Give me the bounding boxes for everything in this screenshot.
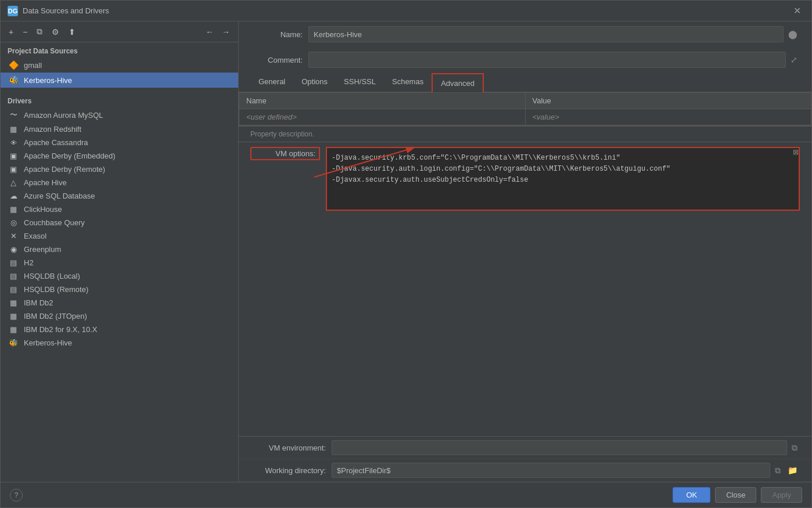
settings-button[interactable]: ⚙	[48, 26, 63, 38]
driver-apache-cassandra[interactable]: 👁 Apache Cassandra	[1, 136, 238, 149]
couchbase-icon: ◎	[8, 218, 19, 227]
name-input-wrap: ⬤	[308, 26, 800, 42]
apache-cassandra-icon: 👁	[8, 139, 19, 146]
name-row: Name: ⬤	[239, 21, 811, 47]
working-directory-row: Working directory: $ProjectFileDir$ ⧉ 📁	[239, 459, 811, 482]
driver-apache-derby-remote[interactable]: ▣ Apache Derby (Remote)	[1, 163, 238, 176]
ibm-db2-icon: ▦	[8, 298, 19, 307]
tab-schemas[interactable]: Schemas	[384, 73, 432, 92]
tab-advanced[interactable]: Advanced	[432, 73, 484, 92]
tabs: General Options SSH/SSL Schemas Advanced	[239, 73, 811, 92]
apache-derby-remote-icon: ▣	[8, 165, 19, 174]
working-directory-copy-button[interactable]: ⧉	[773, 464, 783, 477]
vm-options-section: VM options: -Djava.security.krb5.conf="C…	[239, 142, 811, 436]
col-value-header: Value	[525, 93, 811, 109]
nav-buttons: ← →	[202, 26, 233, 38]
export-button[interactable]: ⬆	[65, 26, 79, 38]
kerberos-hive-driver-icon: 🐝	[8, 338, 19, 347]
ok-button[interactable]: OK	[673, 487, 710, 503]
back-button[interactable]: ←	[202, 26, 217, 38]
bottom-bar: ? OK Close Apply	[1, 482, 811, 507]
driver-apache-hive[interactable]: △ Apache Hive	[1, 176, 238, 189]
name-circle-button[interactable]: ⬤	[786, 28, 800, 40]
working-directory-input-wrap: $ProjectFileDir$ ⧉ 📁	[332, 463, 800, 478]
apache-derby-embedded-icon: ▣	[8, 152, 19, 160]
tab-content-advanced: Name Value <user defined> <value>	[239, 92, 811, 482]
driver-hsqldb-remote-label: HSQLDB (Remote)	[24, 285, 88, 294]
amazon-aurora-icon: 〜	[8, 110, 19, 120]
vm-rows-section: VM environment: ⧉ Working directory: $Pr…	[239, 436, 811, 482]
property-description: Property description.	[239, 126, 811, 142]
datasource-gmall-label: gmall	[24, 61, 42, 70]
dialog-title: Data Sources and Drivers	[23, 6, 790, 15]
driver-ibm-db2-label: IBM Db2	[24, 298, 53, 307]
table-row-user-defined[interactable]: <user defined> <value>	[239, 109, 811, 125]
duplicate-button[interactable]: ⧉	[33, 26, 46, 38]
datasource-gmall[interactable]: 🔶 gmall	[1, 57, 238, 73]
project-sources-header: Project Data Sources	[1, 42, 238, 57]
tab-ssh-ssl[interactable]: SSH/SSL	[336, 73, 384, 92]
driver-h2[interactable]: ▤ H2	[1, 256, 238, 269]
working-directory-folder-button[interactable]: 📁	[785, 464, 800, 476]
apache-hive-icon: △	[8, 178, 19, 187]
datasource-kerberos-hive[interactable]: 🐝 Kerberos-Hive	[1, 73, 238, 88]
ibm-db2-9x-icon: ▦	[8, 325, 19, 334]
close-button[interactable]: ✕	[790, 4, 804, 17]
name-input[interactable]	[308, 26, 784, 42]
gmall-icon: 🔶	[8, 60, 19, 70]
h2-icon: ▤	[8, 258, 19, 267]
driver-exasol-label: Exasol	[24, 232, 46, 240]
right-panel: Name: ⬤ Comment: ⤢	[239, 21, 811, 482]
working-directory-label: Working directory:	[250, 466, 326, 475]
main-content: + − ⧉ ⚙ ⬆ ← → Project Data Sources 🔶 gma…	[1, 21, 811, 482]
ibm-db2-jtopen-icon: ▦	[8, 312, 19, 320]
vm-environment-input-wrap: ⧉	[332, 440, 800, 455]
driver-amazon-aurora-mysql[interactable]: 〜 Amazon Aurora MySQL	[1, 107, 238, 123]
driver-clickhouse-label: ClickHouse	[24, 205, 62, 214]
driver-azure-sql-label: Azure SQL Database	[24, 192, 95, 200]
driver-hsqldb-remote[interactable]: ▤ HSQLDB (Remote)	[1, 283, 238, 296]
azure-sql-icon: ☁	[8, 192, 19, 200]
vm-options-container: -Djava.security.krb5.conf="C:\\ProgramDa…	[326, 147, 800, 212]
greenplum-icon: ◉	[8, 245, 19, 254]
driver-exasol[interactable]: ✕ Exasol	[1, 229, 238, 243]
driver-amazon-redshift[interactable]: ▦ Amazon Redshift	[1, 123, 238, 136]
apply-button: Apply	[761, 487, 802, 503]
driver-kerberos-hive-driver[interactable]: 🐝 Kerberos-Hive	[1, 336, 238, 350]
driver-apache-derby-embedded[interactable]: ▣ Apache Derby (Embedded)	[1, 149, 238, 163]
tab-options[interactable]: Options	[293, 73, 336, 92]
vm-options-textarea[interactable]: -Djava.security.krb5.conf="C:\\ProgramDa…	[326, 147, 800, 211]
remove-button[interactable]: −	[19, 26, 31, 38]
vm-environment-input[interactable]	[332, 440, 787, 455]
driver-azure-sql[interactable]: ☁ Azure SQL Database	[1, 189, 238, 203]
driver-greenplum[interactable]: ◉ Greenplum	[1, 243, 238, 256]
title-bar: DG Data Sources and Drivers ✕	[1, 1, 811, 21]
driver-couchbase[interactable]: ◎ Couchbase Query	[1, 216, 238, 229]
advanced-table-area: Name Value <user defined> <value>	[239, 92, 811, 126]
driver-ibm-db2-9x[interactable]: ▦ IBM Db2 for 9.X, 10.X	[1, 323, 238, 336]
toolbar: + − ⧉ ⚙ ⬆ ← →	[1, 21, 238, 42]
driver-hsqldb-local-label: HSQLDB (Local)	[24, 272, 80, 280]
vm-options-expand-button[interactable]: ⊠	[793, 148, 799, 156]
left-panel: + − ⧉ ⚙ ⬆ ← → Project Data Sources 🔶 gma…	[1, 21, 239, 482]
driver-ibm-db2[interactable]: ▦ IBM Db2	[1, 296, 238, 309]
driver-hsqldb-local[interactable]: ▤ HSQLDB (Local)	[1, 269, 238, 283]
forward-button[interactable]: →	[218, 26, 233, 38]
comment-label: Comment:	[250, 56, 303, 64]
add-button[interactable]: +	[5, 26, 17, 38]
working-directory-input[interactable]: $ProjectFileDir$	[332, 463, 770, 478]
kerberos-hive-icon: 🐝	[8, 75, 19, 85]
driver-amazon-aurora-label: Amazon Aurora MySQL	[24, 111, 103, 120]
vm-environment-copy-button[interactable]: ⧉	[789, 442, 800, 454]
tab-general[interactable]: General	[250, 73, 293, 92]
help-button[interactable]: ?	[10, 489, 23, 502]
driver-clickhouse[interactable]: ▦ ClickHouse	[1, 203, 238, 216]
driver-apache-derby-embedded-label: Apache Derby (Embedded)	[24, 152, 116, 160]
right-panel-inner: Name: ⬤ Comment: ⤢	[239, 21, 811, 482]
driver-ibm-db2-jtopen[interactable]: ▦ IBM Db2 (JTOpen)	[1, 309, 238, 323]
comment-expand-button[interactable]: ⤢	[788, 54, 800, 66]
comment-input[interactable]	[308, 52, 786, 68]
driver-kerberos-hive-driver-label: Kerberos-Hive	[24, 338, 72, 347]
close-dialog-button[interactable]: Close	[715, 487, 756, 503]
amazon-redshift-icon: ▦	[8, 125, 19, 134]
